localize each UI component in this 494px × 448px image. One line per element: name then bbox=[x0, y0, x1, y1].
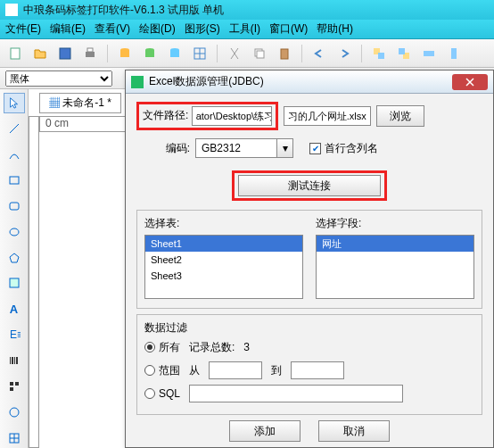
copy-icon[interactable] bbox=[250, 44, 269, 63]
table-item[interactable]: Sheet2 bbox=[145, 252, 302, 268]
menu-draw[interactable]: 绘图(D) bbox=[139, 21, 176, 37]
svg-rect-20 bbox=[424, 51, 434, 56]
svg-rect-1 bbox=[60, 48, 70, 59]
curve-tool-icon[interactable] bbox=[4, 145, 25, 165]
menu-file[interactable]: 文件(E) bbox=[5, 21, 41, 37]
svg-rect-7 bbox=[145, 50, 154, 57]
redo-icon[interactable] bbox=[334, 44, 354, 63]
path-suffix: 习的几个网址.xlsx bbox=[284, 106, 371, 126]
grid-icon[interactable] bbox=[190, 44, 210, 63]
field-item[interactable]: 网址 bbox=[317, 236, 473, 252]
svg-rect-32 bbox=[10, 382, 13, 386]
richtext-tool-icon[interactable]: E≡ bbox=[4, 325, 25, 345]
cancel-button[interactable]: 取消 bbox=[318, 420, 390, 442]
paste-icon[interactable] bbox=[275, 44, 294, 63]
svg-rect-15 bbox=[281, 49, 288, 59]
svg-rect-33 bbox=[15, 382, 19, 386]
qrcode-tool-icon[interactable] bbox=[4, 376, 25, 396]
close-icon bbox=[465, 78, 474, 87]
arrange3-icon[interactable] bbox=[419, 44, 439, 63]
ruler-vertical bbox=[29, 116, 39, 448]
image-tool-icon[interactable] bbox=[4, 273, 25, 294]
line-tool-icon[interactable] bbox=[4, 119, 25, 139]
grid-tool-icon[interactable] bbox=[4, 427, 25, 448]
first-row-header-checkbox[interactable]: ✔ 首行含列名 bbox=[309, 141, 378, 156]
table-item[interactable]: Sheet3 bbox=[145, 268, 302, 284]
svg-line-22 bbox=[10, 124, 19, 133]
svg-rect-29 bbox=[12, 357, 13, 364]
circle-tool-icon[interactable] bbox=[4, 402, 25, 422]
app-titlebar: 中琅条码标签打印软件-V6.1.3 试用版 单机 bbox=[0, 0, 494, 20]
arrange4-icon[interactable] bbox=[444, 44, 464, 63]
new-icon[interactable] bbox=[5, 44, 25, 63]
text-tool-icon[interactable]: A bbox=[4, 299, 25, 319]
excel-icon bbox=[131, 76, 144, 88]
total-value: 3 bbox=[243, 341, 250, 353]
add-button[interactable]: 添加 bbox=[229, 420, 301, 442]
roundrect-tool-icon[interactable] bbox=[4, 195, 25, 216]
document-tab[interactable]: ▦ 未命名-1 * bbox=[39, 93, 121, 113]
select-table-label: 选择表: bbox=[144, 216, 303, 231]
db2-icon[interactable] bbox=[140, 44, 160, 63]
close-button[interactable] bbox=[452, 74, 488, 90]
svg-rect-30 bbox=[14, 357, 15, 364]
db3-icon[interactable] bbox=[165, 44, 185, 63]
test-highlight: 测试连接 bbox=[232, 170, 387, 201]
cut-icon[interactable] bbox=[225, 44, 244, 63]
dialog-titlebar: Excel数据源管理(JDBC) bbox=[126, 71, 493, 94]
excel-datasource-dialog: Excel数据源管理(JDBC) 文件路径: ator\Desktop\练习的几… bbox=[125, 70, 494, 448]
browse-button[interactable]: 浏览 bbox=[376, 105, 424, 127]
range-from-input[interactable] bbox=[209, 361, 262, 379]
select-field-label: 选择字段: bbox=[316, 216, 474, 231]
ellipse-tool-icon[interactable] bbox=[4, 221, 25, 242]
svg-point-25 bbox=[10, 228, 19, 236]
encoding-label: 编码: bbox=[136, 141, 190, 156]
filter-label: 数据过滤 bbox=[144, 321, 187, 334]
tables-listbox[interactable]: Sheet1 Sheet2 Sheet3 bbox=[144, 235, 303, 299]
test-connection-button[interactable]: 测试连接 bbox=[238, 175, 381, 196]
svg-rect-31 bbox=[16, 357, 18, 364]
arrange2-icon[interactable] bbox=[394, 44, 414, 63]
fields-listbox[interactable]: 网址 bbox=[316, 235, 474, 299]
menubar: 文件(E) 编辑(E) 查看(V) 绘图(D) 图形(S) 工具(I) 窗口(W… bbox=[0, 20, 494, 39]
svg-rect-3 bbox=[87, 48, 93, 52]
save-icon[interactable] bbox=[55, 44, 75, 63]
path-input[interactable]: ator\Desktop\练习的几个网址.xlsx bbox=[192, 106, 272, 126]
svg-rect-17 bbox=[378, 53, 384, 59]
encoding-combo[interactable]: GB2312 ▾ bbox=[195, 138, 293, 158]
filter-sql-radio[interactable]: SQL bbox=[144, 387, 180, 400]
left-toolbox: A E≡ bbox=[0, 89, 29, 448]
path-label: 文件路径: bbox=[143, 109, 188, 121]
menu-edit[interactable]: 编辑(E) bbox=[50, 21, 86, 37]
path-label-highlight: 文件路径: ator\Desktop\练习的几个网址.xlsx bbox=[136, 102, 278, 130]
svg-rect-19 bbox=[399, 48, 405, 54]
menu-window[interactable]: 窗口(W) bbox=[269, 21, 308, 37]
menu-help[interactable]: 帮助(H) bbox=[317, 21, 353, 37]
menu-view[interactable]: 查看(V) bbox=[95, 21, 130, 37]
menu-tool[interactable]: 工具(I) bbox=[229, 21, 260, 37]
polygon-tool-icon[interactable] bbox=[4, 247, 25, 268]
total-label: 记录总数: bbox=[189, 340, 235, 355]
font-select[interactable]: 黑体 bbox=[5, 71, 112, 87]
arrange1-icon[interactable] bbox=[369, 44, 389, 63]
filter-all-radio[interactable]: 所有 bbox=[144, 340, 180, 355]
main-toolbar bbox=[0, 39, 494, 68]
filter-range-radio[interactable]: 范围 bbox=[144, 363, 180, 378]
svg-rect-9 bbox=[170, 50, 179, 57]
dialog-title: Excel数据源管理(JDBC) bbox=[149, 74, 264, 89]
table-item[interactable]: Sheet1 bbox=[145, 236, 302, 252]
print-icon[interactable] bbox=[80, 44, 100, 63]
svg-rect-14 bbox=[257, 51, 264, 58]
sql-input[interactable] bbox=[189, 385, 403, 402]
chevron-down-icon[interactable]: ▾ bbox=[276, 139, 292, 157]
pointer-tool-icon[interactable] bbox=[4, 93, 25, 113]
svg-rect-26 bbox=[10, 278, 19, 287]
open-icon[interactable] bbox=[30, 44, 50, 63]
barcode-tool-icon[interactable] bbox=[4, 351, 25, 371]
db-icon[interactable] bbox=[115, 44, 135, 63]
undo-icon[interactable] bbox=[309, 44, 329, 63]
range-to-input[interactable] bbox=[291, 361, 344, 379]
svg-point-35 bbox=[10, 408, 19, 417]
rect-tool-icon[interactable] bbox=[4, 170, 25, 191]
menu-shape[interactable]: 图形(S) bbox=[185, 21, 220, 37]
